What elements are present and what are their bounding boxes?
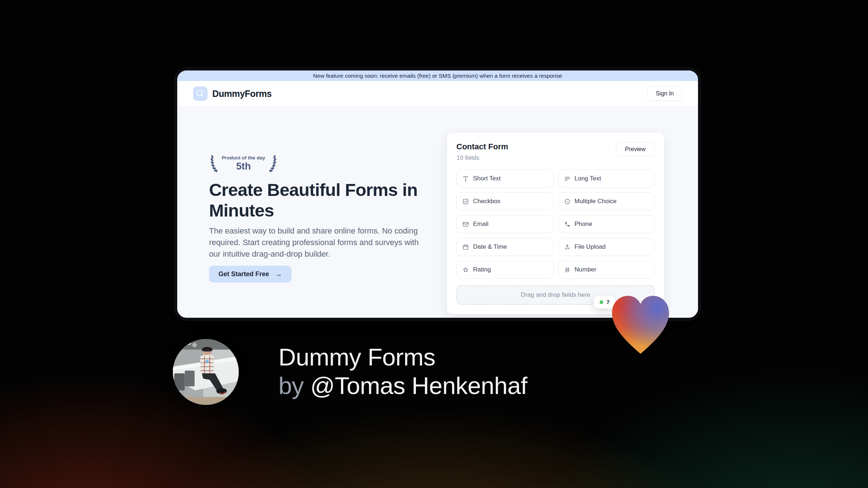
preview-button[interactable]: Preview (616, 142, 655, 157)
field-label: Date & Time (473, 243, 507, 251)
sign-in-button[interactable]: Sign In (647, 86, 682, 101)
field-chip-file-upload[interactable]: File Upload (558, 238, 655, 256)
hero-left-column: Product of the day 5th Create Beautiful … (209, 154, 421, 283)
potd-rank: 5th (236, 161, 251, 172)
caption-by: by (278, 372, 304, 399)
field-palette: Short Text Long Text Checkbox (456, 170, 655, 279)
laurel-right-icon (268, 154, 278, 173)
field-label: Phone (575, 221, 592, 228)
form-builder-card: Contact Form 10 fields Preview Short Tex… (447, 133, 664, 314)
brand-name: DummyForms (212, 89, 272, 99)
field-label: Number (575, 266, 596, 273)
checkbox-icon (462, 198, 469, 205)
arrow-right-icon: → (275, 270, 282, 278)
field-label: Checkbox (473, 198, 501, 205)
star-icon (462, 266, 469, 273)
field-label: File Upload (575, 243, 606, 251)
green-dot-icon (600, 300, 603, 304)
phone-icon (564, 221, 571, 228)
card-header-text: Contact Form 10 fields (456, 142, 508, 162)
announcement-banner: New feature coming soon: receive emails … (177, 70, 698, 81)
promo-canvas: { "banner": { "text": "New feature comin… (0, 0, 868, 488)
form-title: Contact Form (456, 142, 508, 151)
potd-label: Product of the day (222, 155, 265, 160)
field-label: Rating (473, 266, 491, 273)
author-avatar (173, 339, 239, 405)
envelope-icon (462, 221, 469, 228)
field-label: Long Text (575, 175, 601, 182)
field-chip-number[interactable]: Number (558, 261, 655, 279)
dummyforms-logo-icon (193, 86, 208, 101)
caption-title: Dummy Forms (278, 343, 527, 371)
field-chip-long-text[interactable]: Long Text (558, 170, 655, 188)
caption-author: @Tomas Henkenhaf (310, 372, 527, 399)
announcement-text: New feature coming soon: receive emails … (313, 73, 562, 79)
hero-description: The easiest way to build and share onlin… (209, 225, 421, 260)
calendar-icon (462, 244, 469, 251)
laurel-left-icon (209, 154, 219, 173)
hero-section: Product of the day 5th Create Beautiful … (177, 107, 698, 312)
gradient-heart-icon (605, 291, 676, 360)
hash-icon (564, 266, 571, 273)
upload-icon (564, 244, 571, 251)
get-started-label: Get Started Free (218, 270, 269, 278)
field-count: 10 fields (456, 154, 508, 162)
multiple-choice-icon (564, 198, 571, 205)
field-chip-short-text[interactable]: Short Text (456, 170, 553, 188)
field-chip-email[interactable]: Email (456, 215, 553, 233)
browser-window: New feature coming soon: receive emails … (174, 68, 701, 321)
short-text-icon (462, 175, 469, 182)
top-nav: DummyForms Sign In (177, 81, 698, 107)
dropzone-text: Drag and drop fields here (521, 291, 590, 299)
field-label: Multiple Choice (575, 198, 617, 205)
field-chip-phone[interactable]: Phone (558, 215, 655, 233)
field-chip-checkbox[interactable]: Checkbox (456, 192, 553, 210)
field-chip-multiple-choice[interactable]: Multiple Choice (558, 192, 655, 210)
potd-text: Product of the day 5th (222, 155, 265, 172)
field-label: Email (473, 221, 489, 228)
hero-title: Create Beautiful Forms in Minutes (209, 180, 421, 221)
field-chip-rating[interactable]: Rating (456, 261, 553, 279)
get-started-button[interactable]: Get Started Free → (209, 266, 292, 283)
long-text-icon (564, 175, 571, 182)
caption-byline: by @Tomas Henkenhaf (278, 371, 527, 400)
brand[interactable]: DummyForms (193, 86, 272, 101)
caption: Dummy Forms by @Tomas Henkenhaf (278, 343, 527, 400)
field-chip-date-time[interactable]: Date & Time (456, 238, 553, 256)
card-header: Contact Form 10 fields Preview (456, 142, 655, 162)
product-of-the-day-badge: Product of the day 5th (209, 154, 278, 173)
field-label: Short Text (473, 175, 501, 182)
